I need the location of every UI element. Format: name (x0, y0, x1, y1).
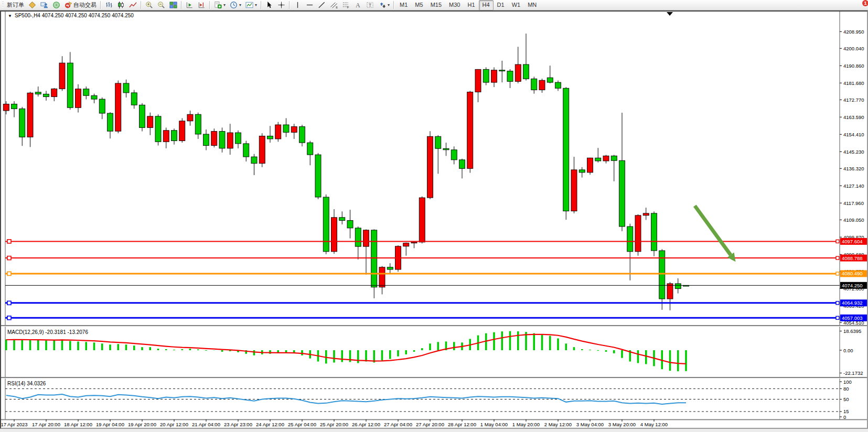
vertical-line-icon (294, 1, 302, 9)
fibonacci-icon: F (342, 1, 350, 9)
zoom-out-button[interactable] (155, 0, 167, 10)
templates-button[interactable]: ▾ (243, 0, 259, 10)
signals-button[interactable] (50, 0, 62, 10)
tile-windows-button[interactable] (167, 0, 179, 10)
indicators-button[interactable]: ▾ (212, 0, 228, 10)
candle-body (3, 104, 9, 111)
vertical-line-button[interactable] (292, 0, 304, 10)
price-axis-tick-label: 4163.590 (843, 114, 864, 120)
candle-body (51, 89, 57, 96)
chart-canvas[interactable]: 4208.9504200.0404190.8604181.6804172.770… (1, 12, 867, 428)
horizontal-line-button[interactable] (304, 0, 316, 10)
cursor-button[interactable] (263, 0, 275, 10)
line-anchor-marker[interactable] (7, 240, 11, 243)
horizontal-line-icon (306, 1, 314, 9)
bar-chart-button[interactable] (103, 0, 115, 10)
periods-button[interactable]: ▾ (228, 0, 243, 10)
time-axis-label: 19 Apr 04:00 (96, 422, 124, 427)
candle-body (147, 116, 153, 128)
candle-body (140, 105, 145, 127)
line-anchor-marker[interactable] (836, 301, 839, 305)
candle-body (635, 215, 641, 252)
timeframe-button-m15[interactable]: M15 (427, 0, 445, 10)
chevron-down-icon[interactable]: ▾ (239, 3, 241, 7)
person-monitor-icon (40, 1, 48, 9)
candle-body (251, 157, 257, 164)
rsi-axis-label: 50 (843, 396, 849, 402)
candle-body (108, 113, 113, 131)
line-anchor-marker[interactable] (836, 256, 839, 260)
price-axis-tick-label: 4190.860 (843, 63, 864, 69)
fibonacci-button[interactable]: F (340, 0, 352, 10)
zoom-in-icon (145, 1, 153, 9)
chevron-down-icon[interactable]: ▾ (255, 3, 257, 7)
price-axis-tick-label: 4136.320 (843, 166, 864, 171)
candle-body (587, 158, 593, 172)
line-anchor-marker[interactable] (7, 256, 11, 260)
channel-icon: E (330, 1, 338, 9)
timeframe-button-m5[interactable]: M5 (411, 0, 426, 10)
line-anchor-marker[interactable] (836, 316, 839, 319)
timeframe-button-mn[interactable]: MN (524, 0, 540, 10)
chart-collapse-icon[interactable]: ▼ (8, 14, 12, 18)
equidistant-channel-button[interactable]: E (328, 0, 340, 10)
notification-badge: 1 (862, 0, 868, 6)
candle-body (667, 284, 673, 299)
time-axis-label: 24 Apr 12:00 (256, 422, 284, 427)
zoom-in-button[interactable] (143, 0, 155, 10)
macd-axis-label: 18.6395 (843, 328, 861, 334)
terminal-button[interactable] (38, 0, 50, 10)
price-axis-tick-label: 4117.960 (843, 200, 864, 206)
line-anchor-marker[interactable] (7, 272, 11, 275)
time-axis-label: 21 Apr 04:00 (192, 422, 220, 427)
chart-shift-button[interactable] (196, 0, 208, 10)
crosshair-button[interactable] (275, 0, 287, 10)
auto-scroll-button[interactable] (184, 0, 196, 10)
timeframe-button-m1[interactable]: M1 (396, 0, 411, 10)
time-axis-label: 1 May 04:00 (480, 422, 508, 427)
line-anchor-marker[interactable] (836, 240, 839, 243)
text-label-button[interactable]: T (364, 0, 376, 10)
candle-body (315, 155, 321, 197)
arrows-button[interactable]: ▾ (376, 0, 392, 10)
candle-body (579, 170, 585, 172)
candle-body (203, 134, 209, 146)
candle-body (603, 156, 609, 161)
price-axis-tick-label: 4200.040 (843, 46, 864, 51)
time-axis-label: 27 Apr 04:00 (384, 422, 412, 427)
cursor-icon (265, 1, 273, 9)
line-anchor-marker[interactable] (836, 272, 839, 275)
timeframe-button-h1[interactable]: H1 (464, 0, 478, 10)
toolbar-separator (209, 1, 210, 9)
text-button[interactable]: A (352, 0, 364, 10)
candle-body (539, 80, 545, 90)
candle-body (643, 213, 649, 215)
price-line-label-text: 4088.788 (842, 255, 863, 261)
chevron-down-icon[interactable]: ▾ (223, 3, 226, 7)
new-order-button[interactable]: 新订单 (5, 0, 26, 10)
market-watch-button[interactable] (26, 0, 38, 10)
line-chart-button[interactable] (127, 0, 139, 10)
line-anchor-marker[interactable] (7, 316, 11, 320)
rsi-label: RSI(14) 34.0326 (7, 381, 46, 386)
candle-body (347, 221, 353, 228)
chart-window: 4208.9504200.0404190.8604181.6804172.770… (0, 10, 868, 429)
candle-body (411, 242, 417, 243)
autotrading-button[interactable]: 自动交易 (62, 0, 99, 10)
candle-body (451, 150, 457, 160)
app-window: { "toolbar": { "groups": [ {"name":"trad… (0, 0, 868, 432)
toolbar-separator (100, 1, 101, 9)
line-anchor-marker[interactable] (7, 301, 11, 305)
trendline-button[interactable] (316, 0, 328, 10)
rsi-axis-label: 80 (843, 386, 849, 392)
timeframe-button-h4[interactable]: H4 (479, 0, 494, 10)
timeframe-button-w1[interactable]: W1 (508, 0, 524, 10)
candle-body (187, 114, 193, 121)
candlestick-button[interactable] (115, 0, 127, 10)
chevron-down-icon[interactable]: ▾ (388, 3, 390, 7)
candle-body (499, 70, 505, 71)
timeframe-button-m30[interactable]: M30 (445, 0, 464, 10)
timeframe-button-d1[interactable]: D1 (494, 0, 508, 10)
price-axis-tick-label: 4109.050 (843, 217, 864, 223)
candle-body (459, 160, 465, 169)
